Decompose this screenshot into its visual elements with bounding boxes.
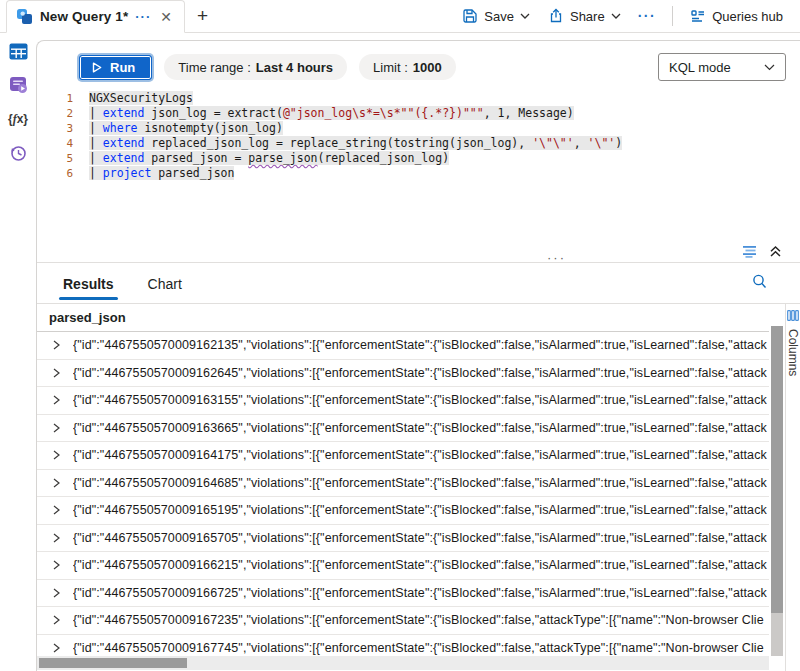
new-tab-button[interactable]: + — [185, 0, 220, 32]
code-line[interactable]: 5| extend parsed_json = parse_json(repla… — [37, 151, 800, 166]
row-json-text: {"id":"4467550570009167745","violations"… — [73, 641, 764, 655]
table-row[interactable]: {"id":"4467550570009163155","violations"… — [37, 387, 769, 415]
code-line[interactable]: 4| extend replaced_json_log = replace_st… — [37, 136, 800, 151]
code-text: | project parsed_json — [89, 166, 234, 181]
limit-pill[interactable]: Limit : 1000 — [359, 54, 456, 80]
row-json-text: {"id":"4467550570009163665","violations"… — [73, 421, 767, 435]
horizontal-scrollbar-thumb[interactable] — [39, 658, 187, 668]
search-icon[interactable] — [751, 273, 768, 290]
results-body: parsed_json {"id":"4467550570009162135",… — [37, 304, 800, 671]
expand-chevron-icon[interactable] — [51, 395, 61, 405]
table-row[interactable]: {"id":"4467550570009164175","violations"… — [37, 442, 769, 470]
expand-chevron-icon[interactable] — [51, 450, 61, 460]
more-options-button[interactable]: ··· — [632, 8, 663, 24]
table-row[interactable]: {"id":"4467550570009162135","violations"… — [37, 332, 769, 360]
horizontal-scrollbar[interactable] — [37, 656, 769, 670]
code-text: | extend json_log = extract(@"json_log\s… — [89, 106, 574, 121]
vertical-scrollbar[interactable] — [769, 304, 785, 671]
tab-close-icon[interactable]: ✕ — [158, 9, 174, 25]
table-row[interactable]: {"id":"4467550570009167745","violations"… — [37, 635, 769, 657]
top-actions: Save Share ··· — [455, 0, 800, 32]
row-json-text: {"id":"4467550570009164175","violations"… — [73, 448, 767, 462]
expand-chevron-icon[interactable] — [51, 478, 61, 488]
query-history-icon[interactable] — [0, 136, 36, 170]
row-json-text: {"id":"4467550570009166215","violations"… — [73, 558, 767, 572]
code-text: | where isnotempty(json_log) — [89, 121, 283, 136]
left-rail: {fx} — [0, 34, 36, 671]
share-button[interactable]: Share — [541, 4, 628, 28]
table-row[interactable]: {"id":"4467550570009166725","violations"… — [37, 580, 769, 608]
table-row[interactable]: {"id":"4467550570009165195","violations"… — [37, 497, 769, 525]
code-text: NGXSecurityLogs — [89, 91, 193, 106]
code-line[interactable]: 3| where isnotempty(json_log) — [37, 121, 800, 136]
table-row[interactable]: {"id":"4467550570009165705","violations"… — [37, 525, 769, 553]
collapse-panel-icon[interactable] — [769, 245, 782, 258]
expand-chevron-icon[interactable] — [51, 368, 61, 378]
table-row[interactable]: {"id":"4467550570009167235","violations"… — [37, 607, 769, 635]
results-tab-bar: Results Chart — [37, 263, 800, 304]
row-json-text: {"id":"4467550570009164685","violations"… — [73, 476, 767, 490]
line-number: 1 — [37, 91, 89, 106]
queries-hub-button[interactable]: Queries hub — [683, 4, 790, 28]
expand-chevron-icon[interactable] — [51, 423, 61, 433]
table-row[interactable]: {"id":"4467550570009164685","violations"… — [37, 470, 769, 498]
run-label: Run — [110, 60, 135, 75]
format-lines-icon[interactable] — [743, 245, 761, 258]
app-logo-icon — [16, 8, 33, 25]
editor-footer-icons — [743, 245, 782, 258]
functions-icon[interactable]: {fx} — [0, 102, 36, 136]
code-lines[interactable]: 1NGXSecurityLogs2| extend json_log = ext… — [37, 91, 800, 181]
expand-chevron-icon[interactable] — [51, 588, 61, 598]
row-json-text: {"id":"4467550570009165195","violations"… — [73, 503, 767, 517]
line-number: 6 — [37, 166, 89, 181]
expand-chevron-icon[interactable] — [51, 560, 61, 570]
row-json-text: {"id":"4467550570009165705","violations"… — [73, 531, 767, 545]
results-section: Results Chart parsed_json {"id":"4467550… — [37, 263, 800, 671]
save-button[interactable]: Save — [455, 4, 537, 28]
queries-hub-icon — [690, 8, 706, 24]
chevron-down-icon — [611, 13, 621, 19]
saved-scripts-icon[interactable] — [0, 68, 36, 102]
query-editor-section: Run Time range : Last 4 hours Limit : 10… — [37, 41, 800, 263]
row-json-text: {"id":"4467550570009162135","violations"… — [73, 338, 767, 352]
code-text: | extend parsed_json = parse_json(replac… — [89, 151, 449, 166]
vertical-scrollbar-track — [771, 613, 783, 656]
line-number: 4 — [37, 136, 89, 151]
kql-mode-value: KQL mode — [669, 60, 731, 75]
expand-chevron-icon[interactable] — [51, 533, 61, 543]
query-toolbar: Run Time range : Last 4 hours Limit : 10… — [79, 51, 786, 83]
share-label: Share — [570, 9, 605, 24]
time-range-pill[interactable]: Time range : Last 4 hours — [164, 54, 347, 80]
code-line[interactable]: 1NGXSecurityLogs — [37, 91, 800, 106]
query-tab[interactable]: New Query 1* ··· ✕ — [6, 0, 185, 33]
splitter-handle[interactable]: ··· — [547, 254, 566, 262]
code-line[interactable]: 2| extend json_log = extract(@"json_log\… — [37, 106, 800, 121]
play-icon — [92, 62, 102, 73]
tab-chart[interactable]: Chart — [146, 266, 184, 300]
connections-table-icon[interactable] — [0, 34, 36, 68]
table-row[interactable]: {"id":"4467550570009163665","violations"… — [37, 415, 769, 443]
table-row[interactable]: {"id":"4467550570009162645","violations"… — [37, 360, 769, 388]
columns-icon — [787, 310, 799, 321]
tab-results[interactable]: Results — [61, 266, 116, 300]
expand-chevron-icon[interactable] — [51, 505, 61, 515]
time-range-label: Time range : — [178, 60, 251, 75]
expand-chevron-icon[interactable] — [51, 340, 61, 350]
share-icon — [548, 8, 564, 24]
chevron-down-icon — [764, 64, 775, 71]
columns-panel-toggle[interactable]: Columns — [785, 304, 800, 671]
vertical-scrollbar-thumb[interactable] — [771, 326, 783, 613]
expand-chevron-icon[interactable] — [51, 615, 61, 625]
expand-chevron-icon[interactable] — [51, 643, 61, 653]
kql-mode-dropdown[interactable]: KQL mode — [658, 53, 786, 81]
code-text: | extend replaced_json_log = replace_str… — [89, 136, 622, 151]
table-row[interactable]: {"id":"4467550570009166215","violations"… — [37, 552, 769, 580]
tab-title: New Query 1* — [40, 9, 128, 24]
tab-bar: New Query 1* ··· ✕ + Save — [0, 0, 800, 33]
tab-more-options[interactable]: ··· — [135, 9, 151, 24]
results-grid: parsed_json {"id":"4467550570009162135",… — [37, 304, 769, 671]
code-line[interactable]: 6| project parsed_json — [37, 166, 800, 181]
run-button[interactable]: Run — [79, 55, 152, 80]
column-header-parsed-json[interactable]: parsed_json — [37, 304, 769, 332]
chevron-down-icon — [520, 13, 530, 19]
